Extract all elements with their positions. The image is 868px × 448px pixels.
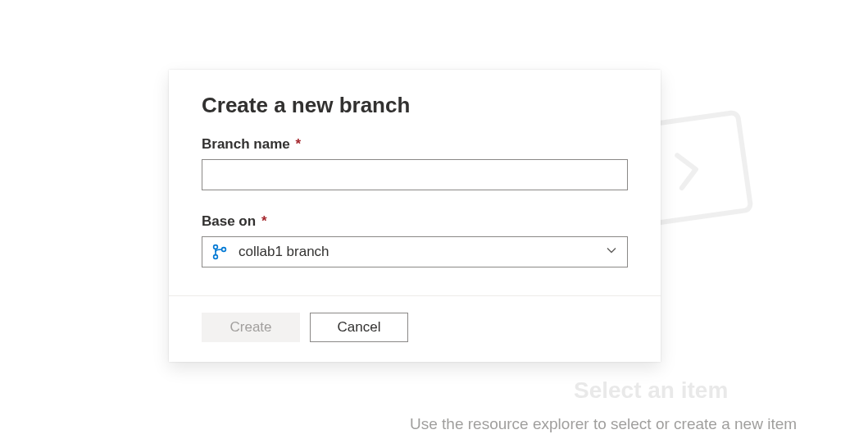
- base-on-field: Base on * collab1 branch: [202, 213, 628, 267]
- cancel-button[interactable]: Cancel: [310, 313, 408, 342]
- base-on-label: Base on *: [202, 213, 628, 230]
- base-on-label-text: Base on: [202, 213, 256, 229]
- create-button[interactable]: Create: [202, 313, 300, 342]
- dialog-title: Create a new branch: [202, 93, 628, 118]
- svg-point-5: [222, 248, 226, 252]
- branch-name-input[interactable]: [202, 159, 628, 190]
- dialog-body: Create a new branch Branch name * Base o…: [169, 70, 661, 295]
- branch-name-label: Branch name *: [202, 136, 628, 153]
- svg-point-3: [214, 245, 218, 249]
- base-on-dropdown[interactable]: collab1 branch: [202, 236, 628, 267]
- branch-name-field: Branch name *: [202, 136, 628, 190]
- background-heading: Select an item: [574, 377, 728, 404]
- required-mark: *: [261, 213, 267, 229]
- chevron-down-icon: [606, 245, 617, 259]
- create-branch-dialog: Create a new branch Branch name * Base o…: [169, 70, 661, 362]
- base-on-selected-text: collab1 branch: [239, 244, 606, 260]
- branch-icon: [212, 244, 227, 260]
- svg-point-4: [214, 255, 218, 259]
- required-mark: *: [295, 136, 301, 152]
- dialog-footer: Create Cancel: [169, 295, 661, 362]
- background-subtext: Use the resource explorer to select or c…: [410, 415, 797, 433]
- branch-name-label-text: Branch name: [202, 136, 290, 152]
